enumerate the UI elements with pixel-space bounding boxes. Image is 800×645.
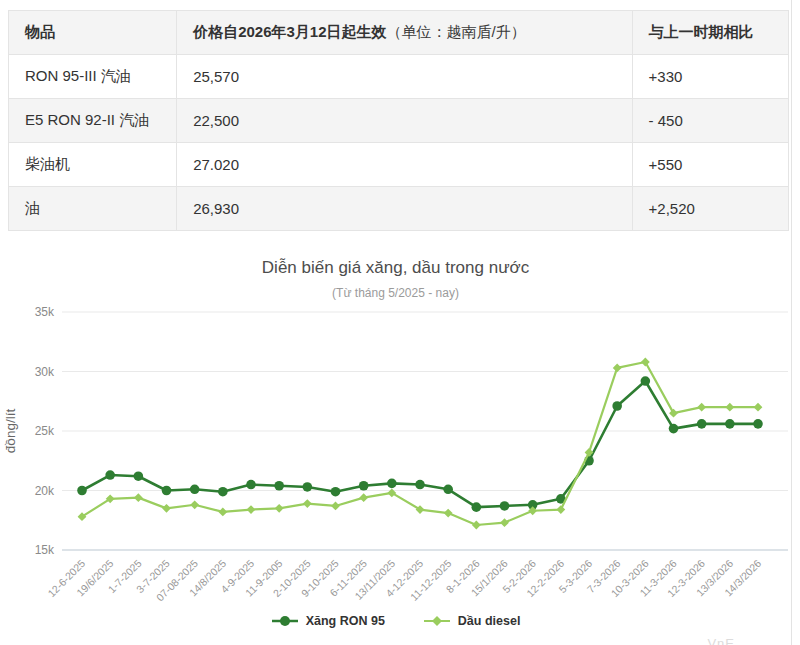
header-item: 物品 [9, 11, 177, 55]
data-point[interactable] [246, 480, 256, 490]
chart-legend: Xăng RON 95 Dầu diesel [0, 614, 791, 628]
fuel-price-table: 物品 价格自2026年3月12日起生效（单位：越南盾/升） 与上一时期相比 RO… [8, 10, 789, 231]
y-tick-label: 15k [35, 543, 55, 557]
cell-item: 油 [9, 187, 177, 231]
data-point[interactable] [725, 403, 734, 412]
cell-change: +2,520 [632, 187, 788, 231]
legend-item-diesel[interactable]: Dầu diesel [423, 614, 521, 628]
y-tick-label: 30k [35, 365, 55, 379]
cell-item: 柴油机 [9, 143, 177, 187]
data-point[interactable] [218, 487, 228, 497]
data-point[interactable] [472, 502, 482, 512]
data-point[interactable] [359, 481, 369, 491]
header-price: 价格自2026年3月12日起生效（单位：越南盾/升） [177, 11, 632, 55]
table-row-ron95: RON 95-III 汽油 25,570 +330 [9, 55, 789, 99]
cell-price: 26,930 [177, 187, 632, 231]
data-point[interactable] [387, 479, 397, 489]
data-point[interactable] [500, 501, 510, 511]
legend-label-diesel: Dầu diesel [458, 614, 521, 628]
data-point[interactable] [134, 493, 143, 502]
chart-subtitle: (Từ tháng 5/2025 - nay) [0, 286, 791, 300]
data-point[interactable] [641, 358, 650, 367]
cell-change: +330 [632, 55, 788, 99]
data-point[interactable] [331, 502, 340, 511]
data-point[interactable] [303, 499, 312, 508]
data-point[interactable] [754, 403, 763, 412]
y-tick-label: 35k [35, 305, 55, 319]
data-point[interactable] [331, 487, 341, 497]
data-point[interactable] [303, 482, 313, 492]
y-tick-label: 20k [35, 484, 55, 498]
legend-item-ron95[interactable]: Xăng RON 95 [271, 614, 385, 628]
watermark: VnE [707, 636, 735, 645]
cell-change: - 450 [632, 99, 788, 143]
data-point[interactable] [190, 500, 199, 509]
data-point[interactable] [415, 480, 425, 490]
data-point[interactable] [77, 486, 87, 496]
cell-item: RON 95-III 汽油 [9, 55, 177, 99]
y-tick-label: 25k [35, 424, 55, 438]
data-point[interactable] [247, 505, 256, 514]
table-row-oil: 油 26,930 +2,520 [9, 187, 789, 231]
cell-change: +550 [632, 143, 788, 187]
data-point[interactable] [443, 485, 453, 495]
data-point[interactable] [218, 508, 227, 517]
y-axis-title: đồng/lít [3, 409, 18, 454]
ron95-legend-marker-icon [271, 614, 299, 628]
data-point[interactable] [105, 470, 115, 480]
data-point[interactable] [190, 485, 200, 495]
table-header-row: 物品 价格自2026年3月12日起生效（单位：越南盾/升） 与上一时期相比 [9, 11, 789, 55]
header-price-unit: （单位：越南盾/升） [387, 23, 526, 40]
table-row-e5ron92: E5 RON 92-II 汽油 22,500 - 450 [9, 99, 789, 143]
data-point[interactable] [444, 509, 453, 518]
legend-label-ron95: Xăng RON 95 [306, 614, 385, 628]
data-point[interactable] [274, 481, 284, 491]
data-point[interactable] [669, 409, 678, 418]
data-point[interactable] [725, 419, 735, 429]
data-point[interactable] [472, 521, 481, 530]
data-point[interactable] [275, 504, 284, 513]
diesel-legend-marker-icon [423, 614, 451, 628]
cell-price: 27.020 [177, 143, 632, 187]
header-change: 与上一时期相比 [632, 11, 788, 55]
chart-title: Diễn biến giá xăng, dầu trong nước [0, 258, 791, 278]
data-point[interactable] [134, 471, 144, 481]
data-point[interactable] [162, 486, 172, 496]
data-point[interactable] [697, 419, 707, 429]
data-point[interactable] [162, 504, 171, 513]
page: 物品 价格自2026年3月12日起生效（单位：越南盾/升） 与上一时期相比 RO… [0, 0, 792, 645]
price-line-chart[interactable]: 15k20k25k30k35k12-6-202519/6/20251-7-202… [0, 304, 792, 616]
data-point[interactable] [612, 401, 622, 411]
data-point[interactable] [500, 518, 509, 527]
cell-item: E5 RON 92-II 汽油 [9, 99, 177, 143]
data-point[interactable] [359, 493, 368, 502]
data-point[interactable] [753, 419, 763, 429]
data-point[interactable] [697, 403, 706, 412]
data-point[interactable] [669, 424, 679, 434]
series-line [82, 362, 758, 525]
cell-price: 25,570 [177, 55, 632, 99]
table-row-diesel: 柴油机 27.020 +550 [9, 143, 789, 187]
cell-price: 22,500 [177, 99, 632, 143]
data-point[interactable] [556, 505, 565, 514]
data-point[interactable] [641, 376, 651, 386]
